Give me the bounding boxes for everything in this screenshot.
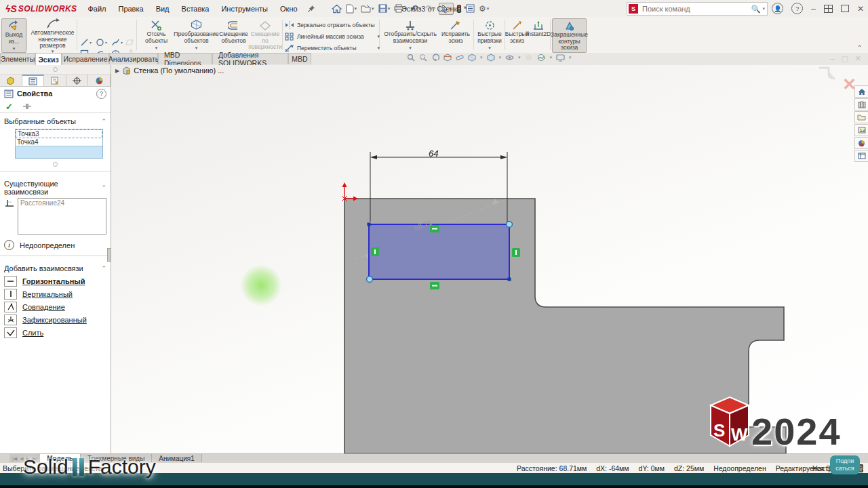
expand-arrow-icon[interactable]: ▶ (115, 68, 119, 74)
tab-mbd[interactable]: MBD (288, 53, 311, 64)
collapse-icon[interactable]: ⌃ (101, 265, 106, 272)
arrange-windows-icon[interactable] (824, 5, 833, 13)
selected-point[interactable] (507, 222, 513, 228)
new-document-button[interactable]: ▾ (344, 3, 359, 14)
select-tool-button[interactable]: ▾ (439, 3, 454, 15)
view-settings-icon[interactable] (556, 54, 565, 62)
menu-window[interactable]: Окно (280, 5, 298, 13)
help-icon[interactable]: ? (791, 3, 803, 14)
hide-show-items-icon[interactable] (505, 54, 514, 61)
relation-coincident[interactable]: Совпадение (0, 300, 111, 313)
save-button[interactable]: ▾ (377, 3, 392, 14)
restore-button[interactable] (841, 5, 849, 12)
panel-resize-handle[interactable] (0, 65, 111, 75)
shaded-sketch-contours-button[interactable]: Закрашенные контуры эскиза (552, 18, 587, 53)
line-tool[interactable]: ▾ (80, 37, 94, 47)
evaluate-list-button[interactable] (465, 3, 476, 14)
list-resize-handle[interactable] (0, 161, 111, 167)
mirror-entities-button[interactable]: Зеркально отразить объекты (285, 20, 380, 30)
section-view-icon[interactable] (443, 54, 452, 62)
relation-item[interactable]: Расстояние24 (20, 199, 104, 207)
print-button[interactable]: ▾ (393, 3, 408, 14)
smart-dimension-button[interactable]: Автоматическое нанесение размеров ▾ (28, 18, 77, 52)
minimize-button[interactable]: – (811, 4, 816, 14)
pin-menu-icon[interactable] (307, 5, 315, 13)
graphics-area[interactable]: ▶ Стенка (По умолчанию) ... 64 68.71 ✕ (111, 65, 868, 453)
repair-sketch-button[interactable]: Исправить эскиз (439, 18, 472, 52)
list-item[interactable]: Точка3 (16, 129, 102, 138)
appearances-icon[interactable] (854, 137, 868, 149)
menu-file[interactable]: Файл (87, 5, 106, 13)
tab-solidworks-addins[interactable]: Добавления SOLIDWORKS (212, 53, 288, 64)
tab-displaymanager[interactable] (88, 75, 111, 86)
offset-entities-button[interactable]: Смещение объектов (218, 18, 250, 52)
menu-insert[interactable]: Вставка (182, 5, 210, 13)
tab-configurationmanager[interactable] (44, 75, 66, 86)
tab-repair[interactable]: Исправление (62, 53, 109, 64)
edit-appearance-icon[interactable] (525, 54, 533, 62)
tab-mbd-dimensions[interactable]: MBD Dimensions (158, 53, 212, 64)
relation-vertical[interactable]: Вертикальный (0, 287, 111, 300)
view-orientation-icon[interactable] (468, 54, 476, 62)
previous-view-icon[interactable] (431, 54, 439, 62)
subscribe-button[interactable]: Подпи саться (830, 455, 860, 474)
instant2d-button[interactable]: Instant2D (528, 18, 549, 52)
collapse-icon[interactable]: ⌃ (101, 118, 106, 125)
measure-icon[interactable] (456, 54, 464, 62)
tab-propertymanager[interactable] (22, 75, 45, 86)
selected-entities-header[interactable]: Выбранные объекты ⌃ (0, 113, 111, 127)
convert-entities-button[interactable]: Преобразование объектов ▾ (175, 18, 218, 52)
relation-merge[interactable]: Слить (0, 326, 111, 339)
sketch-point[interactable] (368, 223, 371, 226)
existing-relations-header[interactable]: Существующие взаимосвязи ⌃ (0, 176, 111, 198)
panel-help-icon[interactable]: ? (96, 89, 106, 99)
tab-evaluate[interactable]: Анализировать (109, 53, 158, 64)
search-input[interactable] (641, 4, 751, 14)
open-document-button[interactable]: ▾ (359, 3, 376, 14)
existing-relations-list[interactable]: Расстояние24 (18, 198, 106, 235)
ok-button[interactable]: ✓ (5, 102, 13, 112)
rapid-sketch-button[interactable]: Быстрый эскиз (507, 18, 528, 52)
spline-tool[interactable]: ▾ (111, 37, 125, 47)
relation-horizontal[interactable]: Горизонтальный (0, 274, 111, 287)
sketch-rectangle[interactable] (369, 224, 509, 279)
home-button[interactable] (330, 3, 343, 14)
doc-close-icon[interactable]: ✕ (855, 54, 861, 63)
zoom-area-icon[interactable] (419, 54, 427, 62)
search-icon[interactable]: 🔍 (751, 5, 761, 14)
collapse-icon[interactable]: ⌃ (101, 184, 106, 191)
selected-entities-list[interactable]: Точка3 Точка4 (15, 129, 103, 159)
display-relations-button[interactable]: Отобразить/Скрыть взаимосвязи ▾ (382, 18, 439, 52)
add-relations-header[interactable]: Добавить взаимосвязи ⌃ (0, 260, 111, 274)
circle-tool[interactable]: ▾ (96, 37, 110, 47)
exit-sketch-button[interactable]: Выход из... ▾ (1, 18, 26, 53)
linear-pattern-button[interactable]: Линейный массив эскиза ▾ (285, 31, 380, 41)
taskpane-home-icon[interactable] (854, 85, 868, 98)
quick-snaps-button[interactable]: Быстрые привязки ▾ (475, 18, 504, 52)
list-item[interactable]: Точка4 (16, 138, 102, 146)
keep-visible-pin-icon[interactable] (22, 103, 32, 110)
menu-tools[interactable]: Инструменты (221, 5, 268, 13)
traffic-light-icon[interactable] (455, 3, 463, 14)
trim-entities-button[interactable]: Отсечь объекты ▾ (138, 18, 174, 52)
account-icon[interactable]: 👤 (772, 3, 783, 14)
menu-edit[interactable]: Правка (118, 5, 143, 13)
tab-sketch[interactable]: Эскиз (35, 53, 62, 65)
display-style-icon[interactable] (487, 54, 495, 62)
tab-features[interactable]: Элементы (0, 53, 35, 64)
doc-minimize-icon[interactable]: – (830, 54, 834, 63)
settings-gear-button[interactable]: ⚙▾ (477, 3, 490, 14)
move-entities-button[interactable]: Переместить объекты ▾ (285, 43, 380, 53)
doc-restore-icon[interactable]: ▢ (841, 54, 848, 63)
view-palette-icon[interactable] (854, 124, 868, 136)
feature-tree-flyout[interactable]: ▶ Стенка (По умолчанию) ... (115, 66, 224, 75)
file-explorer-icon[interactable] (854, 111, 868, 123)
design-library-icon[interactable] (854, 98, 868, 110)
ribbon-collapse-icon[interactable]: ⌃ (857, 44, 863, 52)
apply-scene-icon[interactable] (537, 54, 546, 62)
selected-point[interactable] (367, 277, 373, 283)
dimension-value[interactable]: 64 (429, 148, 438, 159)
sketch-point[interactable] (508, 278, 511, 281)
custom-properties-icon[interactable] (854, 150, 868, 162)
menu-view[interactable]: Вид (156, 5, 170, 13)
